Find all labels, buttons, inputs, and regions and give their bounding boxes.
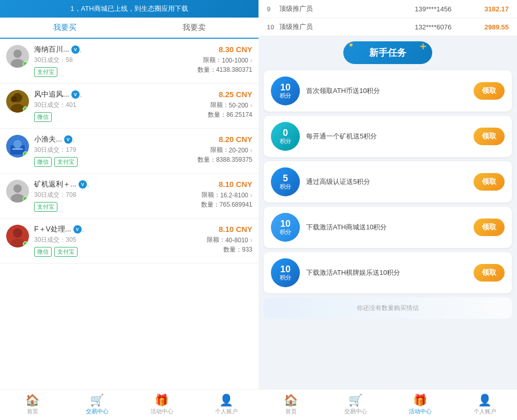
listing-price: 8.20 CNY: [197, 135, 252, 144]
seller-name: 海纳百川...: [34, 45, 69, 54]
task-claim-button[interactable]: 领取: [474, 128, 505, 145]
task-claim-button[interactable]: 领取: [474, 173, 505, 191]
listing-item[interactable]: F＋V处理... V. 30日成交：305 微信 支付宝 8.10 CNY 限额…: [0, 219, 258, 263]
verified-badge: V.: [79, 180, 89, 189]
tasks-section: 新手任务 ＋ 10 积分 首次领取ATH币送10积分 领取 0 积分 每开通一个…: [258, 36, 517, 389]
bottom-nav-left: 🏠 首页 🛒 交易中心 🎁 活动中心 👤 个人账户: [0, 389, 258, 420]
online-indicator: [23, 106, 28, 112]
ranking-row: 9 顶级推广员 139****1456 3182.17: [258, 0, 517, 18]
listing-item[interactable]: 矿机返利＋... V. 30日成交：708 支付宝 8.10 CNY 限额：16…: [0, 174, 258, 219]
svg-point-15: [13, 228, 22, 238]
points-label: 积分: [280, 92, 291, 100]
plus-icon: ＋: [418, 39, 428, 53]
rank-score: 3182.17: [484, 5, 509, 13]
listing-item[interactable]: 小渔夫... V. 30日成交：179 微信 支付宝 8.20 CNY 限额：2…: [0, 129, 258, 174]
avatar: [6, 135, 29, 158]
partial-text: 你还没有数量购买情信: [357, 304, 419, 312]
nav-trade[interactable]: 🛒 交易中心: [65, 390, 129, 420]
rank-number: 9: [267, 5, 279, 13]
bottom-nav-right: 🏠 首页 🛒 交易中心 🎁 活动中心 👤 个人账户: [258, 389, 517, 420]
rank-title: 顶级推广员: [279, 22, 382, 32]
svg-point-5: [11, 96, 17, 102]
nav-home-right[interactable]: 🏠 首页: [258, 390, 323, 420]
svg-rect-10: [12, 148, 23, 150]
listing-info: 矿机返利＋... V. 30日成交：708 支付宝: [34, 180, 197, 212]
rank-score: 2989.55: [484, 23, 509, 31]
account-icon: 👤: [478, 395, 492, 406]
nav-activity-right[interactable]: 🎁 活动中心: [388, 390, 452, 420]
task-desc: 通过高级认证送5积分: [306, 177, 467, 187]
activity-icon: 🎁: [155, 395, 169, 406]
listing-info: F＋V处理... V. 30日成交：305 微信 支付宝: [34, 225, 203, 257]
task-claim-button[interactable]: 领取: [474, 82, 505, 100]
limit-row: 限额：100 - 1000 ›: [197, 56, 252, 65]
payment-tag: 微信: [34, 247, 52, 257]
payment-tags: 微信: [34, 112, 204, 122]
qty-row: 数量：765.689941: [201, 200, 252, 209]
listing-item[interactable]: 风中追风... V. 30日成交：401 微信 8.25 CNY 限额：50 -…: [0, 84, 258, 129]
nav-trade-label: 交易中心: [344, 408, 367, 415]
online-indicator: [23, 241, 28, 246]
points-label: 积分: [280, 183, 291, 191]
task-card: 10 积分 下载激活ATH棋牌娱乐送10积分 领取: [264, 252, 512, 293]
home-icon: 🏠: [25, 395, 39, 406]
svg-point-1: [13, 50, 22, 58]
qty-row: 数量：8388.359375: [197, 155, 252, 164]
ranking-section: 9 顶级推广员 139****1456 3182.17 10 顶级推广员 132…: [258, 0, 517, 36]
avatar: [6, 225, 29, 247]
task-card: 0 积分 每开通一个矿机送5积分 领取: [264, 116, 512, 157]
listing-info: 海纳百川... V. 30日成交：58 支付宝: [34, 45, 193, 77]
points-label: 积分: [280, 228, 291, 236]
trade-icon: 🛒: [90, 395, 104, 406]
limit-row: 限额：50 - 200 ›: [208, 101, 252, 110]
partial-task-card: 你还没有数量购买情信: [264, 298, 512, 319]
trade-meta: 30日成交：179: [34, 146, 193, 154]
limit-row: 限额：16.2 - 8100 ›: [201, 191, 252, 199]
limit-row: 限额：20 - 200 ›: [197, 146, 252, 154]
task-claim-button[interactable]: 领取: [474, 219, 505, 236]
seller-name: 小渔夫...: [34, 135, 62, 144]
rank-title: 顶级推广员: [279, 4, 382, 13]
limit-row: 限额：40 - 8010 ›: [207, 236, 252, 244]
nav-activity-label: 活动中心: [409, 408, 432, 415]
task-desc: 下载激活ATH棋牌娱乐送10积分: [306, 268, 467, 278]
new-task-button[interactable]: 新手任务 ＋: [343, 41, 432, 64]
svg-point-9: [13, 140, 22, 148]
svg-point-12: [13, 184, 22, 193]
nav-account-right[interactable]: 👤 个人账户: [452, 390, 517, 420]
task-claim-button[interactable]: 领取: [474, 264, 505, 282]
seller-name: 矿机返利＋...: [34, 180, 77, 189]
avatar: [6, 45, 29, 68]
nav-home[interactable]: 🏠 首页: [0, 390, 65, 420]
payment-tags: 微信 支付宝: [34, 157, 193, 167]
listing-right: 8.10 CNY 限额：16.2 - 8100 › 数量：765.689941: [201, 180, 252, 209]
task-card: 10 积分 首次领取ATH币送10积分 领取: [264, 70, 512, 112]
verified-badge: V.: [64, 135, 75, 144]
task-card: 10 积分 下载激活ATH商城送10积分 领取: [264, 207, 512, 248]
verified-badge: V.: [71, 45, 82, 54]
tab-buy[interactable]: 我要买: [0, 18, 129, 39]
tab-sell[interactable]: 我要卖: [129, 18, 258, 38]
trade-meta: 30日成交：305: [34, 236, 203, 244]
task-points-badge: 10 积分: [271, 76, 300, 105]
payment-tags: 支付宝: [34, 67, 193, 77]
points-label: 积分: [280, 274, 291, 282]
verified-badge: V.: [73, 225, 84, 234]
listing-item[interactable]: 海纳百川... V. 30日成交：58 支付宝 8.30 CNY 限额：100 …: [0, 39, 258, 84]
home-icon: 🏠: [284, 395, 298, 406]
nav-trade-label: 交易中心: [86, 408, 109, 415]
payment-tags: 微信 支付宝: [34, 247, 203, 257]
verified-badge: V.: [71, 90, 82, 99]
listing-price: 8.30 CNY: [197, 45, 252, 54]
nav-account-label: 个人账户: [215, 408, 238, 415]
task-desc: 首次领取ATH币送10积分: [306, 86, 467, 96]
trade-meta: 30日成交：58: [34, 56, 193, 65]
task-points-badge: 5 积分: [271, 167, 300, 196]
trade-meta: 30日成交：401: [34, 101, 204, 110]
payment-tag: 支付宝: [34, 202, 57, 212]
nav-trade-right[interactable]: 🛒 交易中心: [323, 390, 388, 420]
task-desc: 下载激活ATH商城送10积分: [306, 222, 467, 232]
rank-phone: 132****6076: [382, 23, 485, 31]
nav-activity[interactable]: 🎁 活动中心: [129, 390, 194, 420]
nav-account[interactable]: 👤 个人账户: [194, 390, 258, 420]
